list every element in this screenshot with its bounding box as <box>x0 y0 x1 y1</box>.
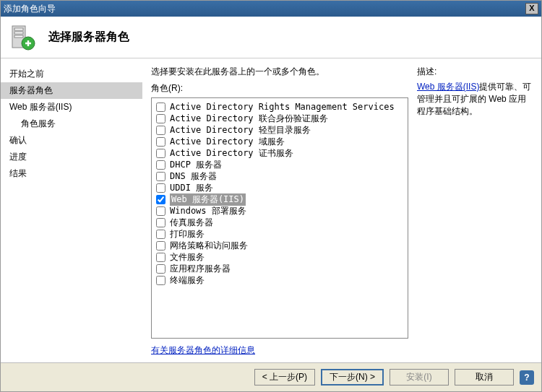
role-item[interactable]: Web 服务器(IIS) <box>153 193 406 205</box>
role-label: Active Directory 联合身份验证服务 <box>170 113 328 125</box>
role-label: DHCP 服务器 <box>170 159 222 171</box>
svg-rect-1 <box>14 28 23 30</box>
sidebar-item-1[interactable]: 服务器角色 <box>1 82 142 99</box>
role-label: 终端服务 <box>170 274 205 287</box>
instruction-text: 选择要安装在此服务器上的一个或多个角色。 <box>151 66 408 78</box>
role-checkbox[interactable] <box>156 149 165 158</box>
role-item[interactable]: Active Directory 轻型目录服务 <box>153 124 406 136</box>
role-checkbox[interactable] <box>156 126 165 135</box>
sidebar: 开始之前服务器角色Web 服务器(IIS)角色服务确认进度结果 <box>1 58 142 362</box>
prev-button[interactable]: < 上一步(P) <box>254 369 315 386</box>
role-label: UDDI 服务 <box>170 182 213 194</box>
role-checkbox[interactable] <box>156 114 165 123</box>
help-icon[interactable]: ? <box>520 370 534 385</box>
window-title: 添加角色向导 <box>4 3 525 15</box>
roles-column: 选择要安装在此服务器上的一个或多个角色。 角色(R): Active Direc… <box>151 66 408 357</box>
role-checkbox[interactable] <box>156 172 165 181</box>
sidebar-item-0[interactable]: 开始之前 <box>1 66 142 82</box>
role-item[interactable]: Active Directory 联合身份验证服务 <box>153 113 406 124</box>
role-label: Windows 部署服务 <box>170 205 246 217</box>
role-checkbox[interactable] <box>156 195 165 204</box>
role-checkbox[interactable] <box>156 137 165 147</box>
role-checkbox[interactable] <box>156 206 165 216</box>
role-item[interactable]: 终端服务 <box>153 274 406 286</box>
role-item[interactable]: 文件服务 <box>153 251 406 263</box>
titlebar: 添加角色向导 X <box>1 1 541 17</box>
close-icon[interactable]: X <box>525 3 538 14</box>
role-label: DNS 服务器 <box>170 170 217 183</box>
install-button: 安装(I) <box>390 369 449 386</box>
sidebar-item-2[interactable]: Web 服务器(IIS) <box>1 99 142 116</box>
page-title: 选择服务器角色 <box>48 30 129 45</box>
role-label: 打印服务 <box>170 228 205 240</box>
more-info-link[interactable]: 有关服务器角色的详细信息 <box>151 344 408 357</box>
role-label: 网络策略和访问服务 <box>170 240 248 252</box>
role-item[interactable]: 打印服务 <box>153 228 406 240</box>
wizard-window: 添加角色向导 X 选择服务器角色 开始之前服务器角色Web 服务器(IIS)角色… <box>0 0 542 392</box>
role-checkbox[interactable] <box>156 103 165 112</box>
role-label: Web 服务器(IIS) <box>170 193 246 206</box>
role-checkbox[interactable] <box>156 241 165 251</box>
header: 选择服务器角色 <box>1 17 541 58</box>
role-label: Active Directory 轻型目录服务 <box>170 124 311 136</box>
cancel-button[interactable]: 取消 <box>455 369 514 386</box>
role-label: Active Directory Rights Management Servi… <box>170 102 395 112</box>
role-checkbox[interactable] <box>156 264 165 274</box>
description-text: Web 服务器(IIS)提供可靠、可管理并且可扩展的 Web 应用程序基础结构。 <box>417 81 533 117</box>
role-checkbox[interactable] <box>156 183 165 193</box>
role-checkbox[interactable] <box>156 276 165 285</box>
role-item[interactable]: 网络策略和访问服务 <box>153 240 406 251</box>
footer: < 上一步(P) 下一步(N) > 安装(I) 取消 ? <box>1 362 541 391</box>
server-role-icon <box>8 23 37 52</box>
role-item[interactable]: Active Directory 证书服务 <box>153 147 406 159</box>
role-item[interactable]: Active Directory Rights Management Servi… <box>153 101 406 113</box>
description-panel: 描述: Web 服务器(IIS)提供可靠、可管理并且可扩展的 Web 应用程序基… <box>408 66 533 357</box>
role-item[interactable]: DNS 服务器 <box>153 170 406 182</box>
description-title: 描述: <box>417 66 533 78</box>
svg-rect-3 <box>14 35 23 38</box>
role-checkbox[interactable] <box>156 230 165 239</box>
sidebar-item-3[interactable]: 角色服务 <box>1 116 142 132</box>
role-label: 应用程序服务器 <box>170 263 231 275</box>
role-item[interactable]: 应用程序服务器 <box>153 263 406 274</box>
role-item[interactable]: Active Directory 域服务 <box>153 136 406 147</box>
main-panel: 选择要安装在此服务器上的一个或多个角色。 角色(R): Active Direc… <box>142 58 541 362</box>
sidebar-item-6[interactable]: 结果 <box>1 165 142 182</box>
sidebar-item-4[interactable]: 确认 <box>1 132 142 149</box>
role-checkbox[interactable] <box>156 218 165 227</box>
role-item[interactable]: Windows 部署服务 <box>153 205 406 217</box>
role-label: 文件服务 <box>170 251 205 263</box>
svg-rect-2 <box>14 32 23 34</box>
role-label: Active Directory 证书服务 <box>170 147 293 160</box>
role-label: Active Directory 域服务 <box>170 136 285 148</box>
role-checkbox[interactable] <box>156 253 165 262</box>
role-checkbox[interactable] <box>156 160 165 170</box>
next-button[interactable]: 下一步(N) > <box>321 369 384 386</box>
roles-label: 角色(R): <box>151 82 408 95</box>
description-link[interactable]: Web 服务器(IIS) <box>417 82 479 92</box>
roles-listbox[interactable]: Active Directory Rights Management Servi… <box>151 97 408 339</box>
body: 开始之前服务器角色Web 服务器(IIS)角色服务确认进度结果 选择要安装在此服… <box>1 58 541 362</box>
role-label: 传真服务器 <box>170 217 213 229</box>
sidebar-item-5[interactable]: 进度 <box>1 149 142 165</box>
role-item[interactable]: DHCP 服务器 <box>153 159 406 170</box>
role-item[interactable]: 传真服务器 <box>153 217 406 228</box>
role-item[interactable]: UDDI 服务 <box>153 182 406 193</box>
